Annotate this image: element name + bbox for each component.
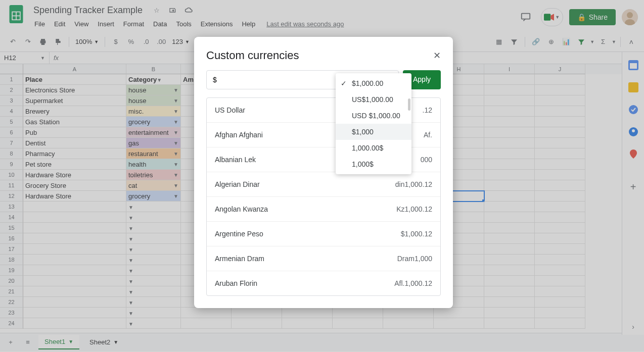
currency-example: Af. <box>424 131 432 139</box>
format-option[interactable]: 1,000.00$ <box>336 140 411 156</box>
currency-item[interactable]: Angolan KwanzaKz1,000.12 <box>207 197 440 222</box>
currency-item[interactable]: Algerian Dinardin1,000.12 <box>207 172 440 197</box>
custom-currencies-dialog: Custom currencies ✕ Apply US Dollar.12Af… <box>194 37 453 308</box>
currency-name: Aruban Florin <box>215 279 257 287</box>
format-options-popover: $1,000.00 US$1,000.00 USD $1,000.00 $1,0… <box>336 73 411 174</box>
format-option[interactable]: $1,000 <box>336 124 411 140</box>
dialog-title: Custom currencies <box>206 49 299 62</box>
currency-example: $1,000.12 <box>401 230 432 238</box>
currency-example: din1,000.12 <box>395 180 432 188</box>
currency-name: Albanian Lek <box>215 156 256 164</box>
currency-item[interactable]: Argentine Peso$1,000.12 <box>207 222 440 246</box>
currency-example: Dram1,000 <box>397 255 432 263</box>
format-option[interactable]: USD $1,000.00 <box>336 108 411 124</box>
currency-name: Afghan Afghani <box>215 131 263 139</box>
scrollbar-thumb[interactable] <box>408 98 410 111</box>
currency-name: Armenian Dram <box>215 255 264 263</box>
currency-example: 000 <box>421 156 432 164</box>
currency-name: Angolan Kwanza <box>215 205 268 213</box>
currency-item[interactable]: Armenian DramDram1,000 <box>207 246 440 271</box>
currency-example: Afl.1,000.12 <box>394 279 432 287</box>
currency-example: Kz1,000.12 <box>396 205 432 213</box>
format-option[interactable]: US$1,000.00 <box>336 91 411 108</box>
close-icon[interactable]: ✕ <box>433 50 441 61</box>
format-option[interactable]: $1,000.00 <box>336 75 411 91</box>
currency-name: US Dollar <box>215 106 245 114</box>
currency-example: .12 <box>423 106 432 114</box>
format-option[interactable]: 1,000$ <box>336 156 411 172</box>
currency-name: Algerian Dinar <box>215 180 260 188</box>
currency-name: Argentine Peso <box>215 230 263 238</box>
currency-item[interactable]: Aruban FlorinAfl.1,000.12 <box>207 271 440 295</box>
